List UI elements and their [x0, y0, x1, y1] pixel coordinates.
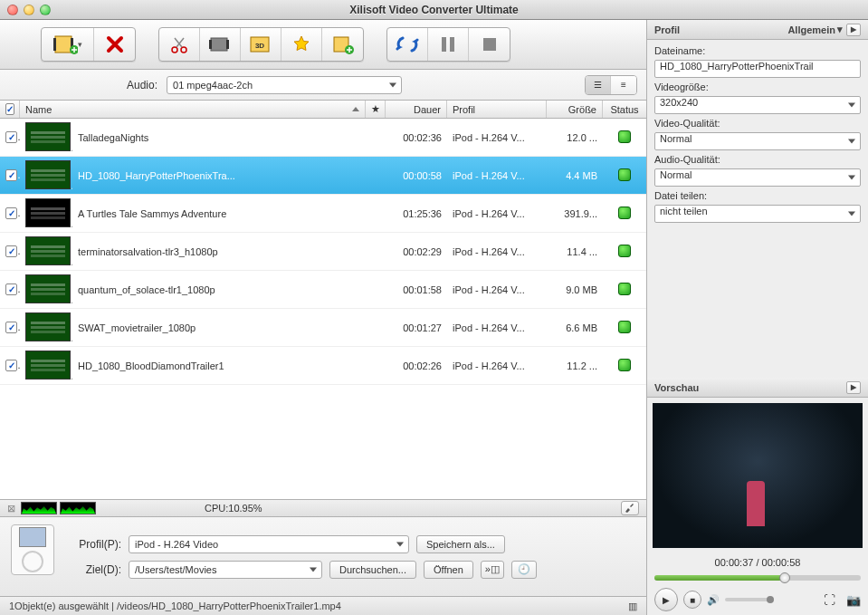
cut-button[interactable] — [159, 28, 200, 61]
browse-button[interactable]: Durchsuchen... — [329, 561, 416, 579]
column-check[interactable]: ✓ — [0, 101, 20, 118]
add-file-button[interactable]: ▾ — [42, 28, 94, 61]
3d-button[interactable]: 3D — [241, 28, 281, 61]
row-name: SWAT_movietrailer_1080p — [72, 322, 386, 333]
general-dropdown[interactable]: Allgemein▾ — [787, 24, 843, 35]
add-profile-button[interactable] — [322, 28, 363, 61]
row-size: 11.2 ... — [547, 360, 603, 371]
dest-select[interactable]: /Users/test/Movies — [129, 561, 322, 579]
history-button[interactable]: 🕘 — [511, 561, 537, 579]
audio-select[interactable]: 01 mpeg4aac-2ch — [167, 76, 402, 94]
column-status[interactable]: Status — [603, 101, 646, 118]
status-ready-icon — [618, 359, 631, 371]
row-name: HD_1080_BloodDiamondTrailer1 — [72, 360, 386, 371]
preview-time: 00:00:37 / 00:00:58 — [654, 557, 861, 568]
device-icon[interactable] — [11, 524, 54, 575]
column-favorite[interactable]: ★ — [366, 101, 386, 118]
profile-select[interactable]: iPod - H.264 Video — [129, 535, 409, 553]
filename-input[interactable]: HD_1080_HarryPotterPhoenixTrail — [654, 60, 861, 78]
zoom-window-button[interactable] — [40, 5, 51, 15]
convert-button[interactable] — [387, 28, 428, 61]
table-row[interactable]: ✓A Turtles Tale Sammys Adventure01:25:36… — [0, 195, 646, 233]
row-checkbox[interactable]: ✓ — [0, 169, 20, 181]
svg-rect-6 — [211, 38, 227, 51]
videosize-select[interactable]: 320x240 — [654, 96, 861, 114]
fullscreen-icon[interactable]: ⛶ — [824, 593, 835, 607]
table-row[interactable]: ✓quantum_of_solace-tlr1_1080p00:01:58iPo… — [0, 271, 646, 309]
expand-profile-button[interactable]: ▶ — [846, 24, 861, 36]
table-row[interactable]: ✓TalladegaNights00:02:36iPod - H.264 V..… — [0, 119, 646, 157]
view-compact-button[interactable]: ≡ — [611, 76, 636, 94]
close-cpu-icon[interactable]: ⊠ — [7, 503, 15, 514]
row-size: 6.6 MB — [547, 322, 603, 333]
audio-row: Audio: 01 mpeg4aac-2ch ☰ ≡ — [0, 70, 646, 101]
stop-button[interactable] — [469, 28, 510, 61]
vquality-label: Video-Qualität: — [654, 118, 861, 129]
svg-rect-7 — [209, 40, 212, 49]
row-status — [603, 321, 646, 335]
save-as-button[interactable]: Speichern als... — [416, 535, 505, 553]
row-checkbox[interactable]: ✓ — [0, 360, 20, 371]
columns-icon[interactable]: ▥ — [628, 601, 637, 612]
settings-button[interactable] — [621, 501, 639, 515]
filename-label: Dateiname: — [654, 45, 861, 56]
close-window-button[interactable] — [7, 5, 18, 15]
row-checkbox[interactable]: ✓ — [0, 207, 20, 219]
seek-slider[interactable] — [654, 575, 861, 581]
volume-slider[interactable] — [725, 598, 774, 601]
column-duration[interactable]: Dauer — [386, 101, 447, 118]
minimize-window-button[interactable] — [24, 5, 34, 15]
row-name: A Turtles Tale Sammys Adventure — [72, 208, 386, 219]
delete-button[interactable] — [94, 28, 135, 61]
row-profile: iPod - H.264 V... — [447, 322, 547, 333]
export-button[interactable]: »◫ — [481, 561, 504, 579]
row-duration: 00:00:58 — [386, 170, 447, 181]
row-size: 391.9... — [547, 208, 603, 219]
sort-arrow-icon — [352, 107, 359, 111]
table-row[interactable]: ✓HD_1080_HarryPotterPhoenixTra...00:00:5… — [0, 157, 646, 195]
snapshot-icon[interactable]: 📷 — [846, 593, 861, 607]
row-duration: 00:02:26 — [386, 360, 447, 371]
row-checkbox[interactable]: ✓ — [0, 322, 20, 333]
preview-video[interactable] — [653, 403, 863, 548]
table-row[interactable]: ✓SWAT_movietrailer_1080p00:01:27iPod - H… — [0, 309, 646, 347]
bottom-panel: Profil(P): iPod - H.264 Video Speichern … — [0, 517, 646, 597]
expand-preview-button[interactable]: ▶ — [846, 381, 861, 394]
svg-point-4 — [172, 47, 177, 53]
svg-rect-14 — [450, 37, 454, 52]
row-profile: iPod - H.264 V... — [447, 132, 547, 143]
play-button[interactable]: ▶ — [654, 588, 678, 611]
table-row[interactable]: ✓HD_1080_BloodDiamondTrailer100:02:26iPo… — [0, 347, 646, 385]
row-thumbnail — [20, 236, 72, 267]
table-row[interactable]: ✓terminatorsalvation-tlr3_h1080p00:02:29… — [0, 233, 646, 271]
volume-icon[interactable]: 🔊 — [707, 594, 720, 606]
status-ready-icon — [618, 283, 631, 295]
row-checkbox[interactable]: ✓ — [0, 245, 20, 257]
window-title: Xilisoft Video Converter Ultimate — [0, 4, 868, 16]
cpu-graph — [60, 502, 96, 514]
open-button[interactable]: Öffnen — [424, 561, 473, 579]
column-profile[interactable]: Profil — [447, 101, 547, 118]
view-list-button[interactable]: ☰ — [586, 76, 611, 94]
favorites-button[interactable] — [281, 28, 322, 61]
row-checkbox[interactable]: ✓ — [0, 283, 20, 295]
aquality-select[interactable]: Normal — [654, 168, 861, 187]
status-ready-icon — [618, 245, 631, 257]
status-ready-icon — [618, 168, 631, 181]
column-size[interactable]: Größe — [547, 101, 603, 118]
row-status — [603, 207, 646, 221]
table-header: ✓ Name ★ Dauer Profil Größe Status — [0, 101, 646, 119]
svg-point-5 — [181, 47, 186, 53]
split-select[interactable]: nicht teilen — [654, 205, 861, 223]
row-size: 12.0 ... — [547, 132, 603, 143]
column-name[interactable]: Name — [20, 101, 366, 118]
effects-button[interactable] — [200, 28, 241, 61]
stop-preview-button[interactable]: ■ — [683, 591, 701, 609]
row-checkbox[interactable]: ✓ — [0, 131, 20, 143]
pause-button[interactable] — [428, 28, 469, 61]
profile-panel-head: Profil Allgemein▾ ▶ — [647, 20, 868, 40]
vquality-select[interactable]: Normal — [654, 132, 861, 150]
svg-rect-0 — [55, 36, 72, 53]
row-status — [603, 283, 646, 297]
row-duration: 01:25:36 — [386, 208, 447, 219]
